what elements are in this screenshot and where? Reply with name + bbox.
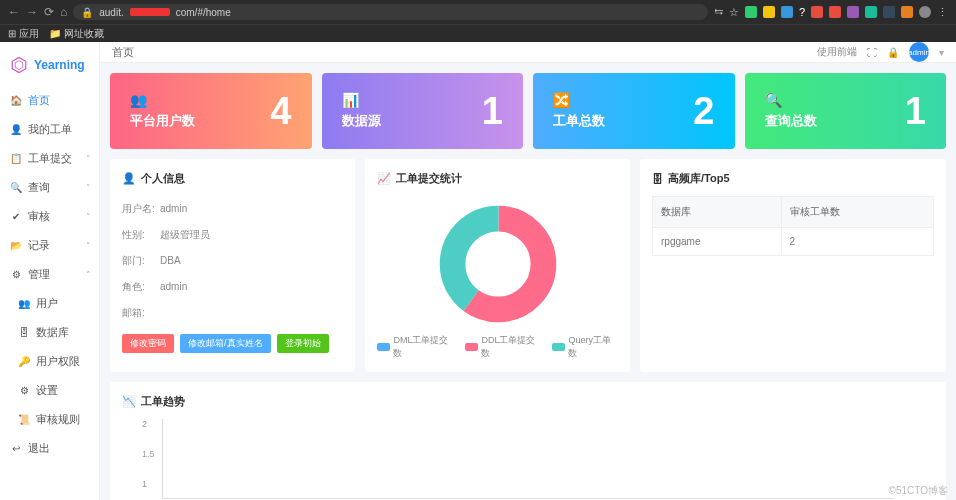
ext-icon[interactable] <box>865 6 877 18</box>
top5-table: 数据库审核工单数 rpggame2 <box>652 196 934 256</box>
menu-label: 管理 <box>28 267 50 282</box>
info-value: admin <box>160 281 187 292</box>
chevron-icon: ˅ <box>86 154 91 164</box>
ext-icon[interactable] <box>781 6 793 18</box>
sidebar-item-用户权限[interactable]: 🔑用户权限 <box>0 347 99 376</box>
y-tick: 1.5 <box>142 449 155 459</box>
menu-icon: 📋 <box>10 153 22 165</box>
ext-icon[interactable] <box>811 6 823 18</box>
sidebar-item-退出[interactable]: ↩退出 <box>0 434 99 463</box>
ext-icon[interactable] <box>901 6 913 18</box>
menu-label: 退出 <box>28 441 50 456</box>
bookmark-bar: ⊞ 应用 📁 网址收藏 <box>0 24 956 42</box>
legend-item: DDL工单提交数 <box>465 334 542 360</box>
svg-marker-1 <box>15 61 23 70</box>
info-value: admin <box>160 203 187 214</box>
star-icon[interactable]: ☆ <box>729 6 739 19</box>
top5-card: 🗄高频库/Top5 数据库审核工单数 rpggame2 <box>640 159 946 372</box>
info-value: 超级管理员 <box>160 229 210 240</box>
legend-swatch <box>552 343 565 351</box>
ext-icon[interactable] <box>829 6 841 18</box>
sidebar-item-数据库[interactable]: 🗄数据库 <box>0 318 99 347</box>
stat-card-3[interactable]: 🔍查询总数1 <box>745 73 947 149</box>
menu-icon: 👥 <box>18 298 30 310</box>
stat-value: 1 <box>482 90 503 133</box>
info-row: 部门:DBA <box>122 248 343 274</box>
user-avatar[interactable]: admin <box>909 42 929 62</box>
reload-button[interactable]: ⟳ <box>44 5 54 19</box>
chevron-icon: ˄ <box>86 270 91 280</box>
y-tick: 1 <box>142 479 147 489</box>
lock-icon[interactable]: 🔒 <box>887 47 899 58</box>
stat-icon: 🔍 <box>765 92 817 108</box>
stat-label: 平台用户数 <box>130 112 195 130</box>
bookmark-folder[interactable]: 📁 网址收藏 <box>49 27 104 41</box>
logo-hex-icon <box>10 56 28 74</box>
chevron-icon: ˅ <box>86 241 91 251</box>
y-tick: 2 <box>142 419 147 429</box>
stat-icon: 👥 <box>130 92 195 108</box>
menu-icon[interactable]: ⋮ <box>937 6 948 19</box>
sidebar-item-设置[interactable]: ⚙设置 <box>0 376 99 405</box>
legend-label: Query工单数 <box>568 334 618 360</box>
apps-shortcut[interactable]: ⊞ 应用 <box>8 27 39 41</box>
sidebar-item-审核规则[interactable]: 📜审核规则 <box>0 405 99 434</box>
app-logo[interactable]: Yearning <box>0 50 99 86</box>
stat-label: 数据源 <box>342 112 381 130</box>
breadcrumb: 首页 <box>112 45 134 60</box>
sidebar-item-工单提交[interactable]: 📋工单提交˅ <box>0 144 99 173</box>
chevron-down-icon[interactable]: ▾ <box>939 47 944 58</box>
extension-tray: ⮀ ☆ ? ⋮ <box>714 6 948 19</box>
sidebar-item-记录[interactable]: 📂记录˅ <box>0 231 99 260</box>
url-bar[interactable]: 🔒 audit. com/#/home <box>73 4 708 20</box>
action-tag[interactable]: 修改邮箱/真实姓名 <box>180 334 271 353</box>
stat-card-0[interactable]: 👥平台用户数4 <box>110 73 312 149</box>
menu-label: 审核规则 <box>36 412 80 427</box>
stat-card-2[interactable]: 🔀工单总数2 <box>533 73 735 149</box>
back-button[interactable]: ← <box>8 5 20 19</box>
sidebar-item-审核[interactable]: ✔审核˅ <box>0 202 99 231</box>
home-button[interactable]: ⌂ <box>60 5 67 19</box>
sidebar-item-用户[interactable]: 👥用户 <box>0 289 99 318</box>
card-title: 工单提交统计 <box>396 171 462 186</box>
sidebar-item-查询[interactable]: 🔍查询˅ <box>0 173 99 202</box>
menu-label: 用户权限 <box>36 354 80 369</box>
fullscreen-icon[interactable]: ⛶ <box>867 47 877 58</box>
svg-marker-0 <box>12 58 26 73</box>
trend-chart: 2 1.5 1 <box>122 419 934 499</box>
menu-icon: 🔑 <box>18 356 30 368</box>
action-tag[interactable]: 登录初始 <box>277 334 329 353</box>
card-title: 工单趋势 <box>141 394 185 409</box>
ext-icon[interactable] <box>847 6 859 18</box>
forward-button[interactable]: → <box>26 5 38 19</box>
ext-icon[interactable] <box>883 6 895 18</box>
profile-icon[interactable] <box>919 6 931 18</box>
ext-icon[interactable] <box>745 6 757 18</box>
card-title: 高频库/Top5 <box>668 171 730 186</box>
trend-icon: 📉 <box>122 395 136 408</box>
stat-card-1[interactable]: 📊数据源1 <box>322 73 524 149</box>
render-toggle-label: 使用前端 <box>817 45 857 59</box>
menu-icon: ↩ <box>10 443 22 455</box>
menu-icon: ⚙ <box>10 269 22 281</box>
sidebar-item-管理[interactable]: ⚙管理˄ <box>0 260 99 289</box>
url-redacted <box>130 8 170 16</box>
ext-icon[interactable]: ? <box>799 6 805 18</box>
sidebar-item-我的工单[interactable]: 👤我的工单 <box>0 115 99 144</box>
menu-label: 查询 <box>28 180 50 195</box>
menu-label: 我的工单 <box>28 122 72 137</box>
sidebar-item-首页[interactable]: 🏠首页 <box>0 86 99 115</box>
ext-icon[interactable] <box>763 6 775 18</box>
user-icon: 👤 <box>122 172 136 185</box>
translate-icon[interactable]: ⮀ <box>714 7 723 17</box>
watermark: ©51CTO博客 <box>889 484 948 498</box>
stat-label: 工单总数 <box>553 112 605 130</box>
chart-icon: 📈 <box>377 172 391 185</box>
legend-label: DML工单提交数 <box>393 334 455 360</box>
menu-label: 记录 <box>28 238 50 253</box>
chevron-icon: ˅ <box>86 183 91 193</box>
personal-info-card: 👤个人信息 用户名:admin性别:超级管理员部门:DBA角色:admin邮箱:… <box>110 159 355 372</box>
menu-icon: 🗄 <box>18 327 30 339</box>
action-tag[interactable]: 修改密码 <box>122 334 174 353</box>
info-label: 角色: <box>122 280 160 294</box>
